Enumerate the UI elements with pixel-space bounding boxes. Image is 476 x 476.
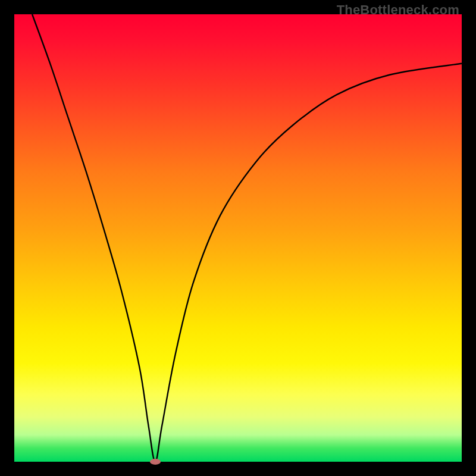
minimum-marker (150, 459, 161, 465)
bottleneck-curve (14, 14, 462, 462)
watermark-text: TheBottleneck.com (337, 2, 459, 18)
chart-frame: TheBottleneck.com (0, 0, 476, 476)
plot-area (14, 14, 462, 462)
